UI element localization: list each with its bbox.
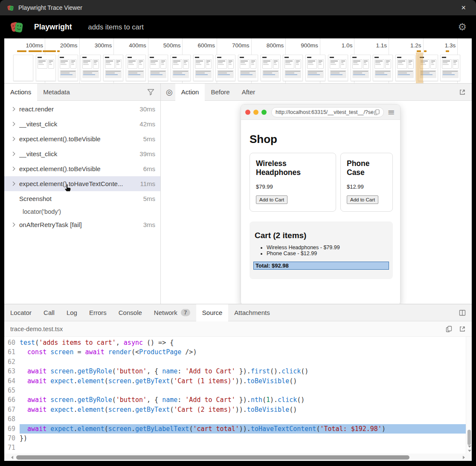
action-row[interactable]: Screenshot5ms <box>4 191 160 206</box>
scroll-down-arrow-icon[interactable] <box>468 450 471 452</box>
timeline-film-thumbnail[interactable] <box>305 55 325 81</box>
timeline-film-thumbnail[interactable] <box>171 55 191 81</box>
scroll-right-arrow-icon[interactable] <box>463 456 465 459</box>
thumb-line <box>128 64 134 65</box>
timeline-film-thumbnail[interactable] <box>13 55 33 81</box>
chevron-right-icon[interactable] <box>12 122 19 125</box>
code-line[interactable]: 66 await screen.getByRole('button', { na… <box>4 395 466 405</box>
action-label: expect.element().toBeVisible <box>19 165 140 172</box>
timeline-film-thumbnail[interactable] <box>193 55 213 81</box>
horizontal-scrollbar-thumb[interactable] <box>16 455 409 460</box>
horizontal-scrollbar[interactable] <box>4 454 472 461</box>
timeline-film-thumbnail[interactable] <box>283 55 303 81</box>
code-line[interactable]: 67 await expect.element(screen.getByText… <box>4 405 466 414</box>
code-line[interactable]: 64 await expect.element(screen.getByText… <box>4 376 466 386</box>
timeline[interactable]: 100ms200ms300ms400ms500ms600ms700ms800ms… <box>4 38 472 84</box>
action-row[interactable]: onAfterRetryTask [fail]3ms <box>4 217 160 232</box>
timeline-film-thumbnail[interactable] <box>238 55 258 81</box>
code-line[interactable]: 63 await screen.getByRole('button', { na… <box>4 367 466 376</box>
code-line[interactable]: 65 <box>4 386 466 395</box>
tab-actions[interactable]: Actions <box>4 84 37 101</box>
close-icon[interactable]: × <box>458 3 469 12</box>
thumb-line <box>308 74 320 75</box>
action-duration: 42ms <box>139 120 155 128</box>
source-file-bar: trace-demo.test.tsx <box>4 321 472 337</box>
thumb-line <box>431 61 435 61</box>
tab-log[interactable]: Log <box>61 304 83 321</box>
add-to-cart-button[interactable]: Add to Cart <box>347 195 378 204</box>
timeline-film-thumbnail[interactable] <box>148 55 168 81</box>
copy-source-icon[interactable] <box>446 326 452 332</box>
vertical-scrollbar[interactable] <box>466 337 472 454</box>
tab-network[interactable]: Network 7 <box>148 304 196 321</box>
scroll-left-arrow-icon[interactable] <box>11 456 13 459</box>
code-line[interactable]: 69 await expect.element(screen.getByLabe… <box>4 424 466 434</box>
action-row[interactable]: expect.element().toBeVisible5ms <box>4 131 160 146</box>
tab-locator[interactable]: Locator <box>4 304 38 321</box>
timeline-film-thumbnail[interactable] <box>373 55 393 81</box>
timeline-film-thumbnail[interactable] <box>126 55 146 81</box>
code-line[interactable]: 60test('adds items to cart', async () =>… <box>4 338 466 347</box>
chevron-right-icon[interactable] <box>12 167 19 170</box>
chevron-right-icon[interactable] <box>12 223 19 226</box>
action-duration: 6ms <box>143 165 155 172</box>
timeline-film-thumbnail[interactable] <box>440 55 460 81</box>
browser-menu-icon[interactable]: ≡ <box>386 107 396 117</box>
thumb-cart-block <box>240 70 256 78</box>
code-line[interactable]: 68 <box>4 414 466 424</box>
thumb-line <box>71 62 74 63</box>
tab-console[interactable]: Console <box>113 304 148 321</box>
tab-errors[interactable]: Errors <box>83 304 113 321</box>
action-row[interactable]: __vitest_click39ms <box>4 146 160 161</box>
action-row[interactable]: react.render30ms <box>4 102 160 116</box>
action-row[interactable]: expect.element().toBeVisible6ms <box>4 161 160 176</box>
add-to-cart-button[interactable]: Add to Cart <box>256 195 287 204</box>
timeline-film-thumbnail[interactable] <box>351 55 371 81</box>
address-bar[interactable]: http://localhost:63315/__vitest_test__/?… <box>271 107 384 117</box>
source-code-view[interactable]: 60test('adds items to cart', async () =>… <box>4 337 472 454</box>
code-line[interactable]: 71 <box>4 443 466 452</box>
thumb-title-line <box>262 57 267 58</box>
open-external-icon[interactable] <box>453 84 472 100</box>
filter-icon[interactable] <box>141 84 160 100</box>
timeline-film-thumbnail[interactable] <box>261 55 281 81</box>
timeline-film-thumbnail[interactable] <box>395 55 415 81</box>
action-row[interactable]: expect.element().toHaveTextConte...11ms <box>4 176 160 191</box>
tab-source[interactable]: Source <box>196 304 229 321</box>
thumb-line <box>106 62 110 63</box>
timeline-film-thumbnail[interactable] <box>103 55 123 81</box>
chevron-right-icon[interactable] <box>12 182 19 185</box>
split-columns-icon[interactable] <box>453 304 472 321</box>
thumb-product-card <box>262 59 272 69</box>
open-source-external-icon[interactable] <box>459 326 466 332</box>
copy-url-icon[interactable] <box>374 109 380 115</box>
tab-after[interactable]: After <box>236 84 261 100</box>
tab-before[interactable]: Before <box>205 84 235 100</box>
thumb-product-card <box>453 59 459 69</box>
tab-attachments[interactable]: Attachments <box>228 304 276 321</box>
timeline-film-thumbnail[interactable] <box>36 55 56 81</box>
tab-action[interactable]: Action <box>175 84 205 101</box>
timeline-film-thumbnail[interactable] <box>215 55 235 81</box>
code-line[interactable]: 62 <box>4 357 466 367</box>
thumb-line <box>184 62 186 63</box>
tab-call[interactable]: Call <box>38 304 61 321</box>
chevron-right-icon[interactable] <box>12 137 19 140</box>
code-line[interactable]: 61 const screen = await render(<ProductP… <box>4 347 466 357</box>
page-viewport: Shop Wireless Headphones $79.99 Add to C… <box>241 120 400 279</box>
timeline-tick-label: 1.3s <box>423 42 456 49</box>
target-icon[interactable]: ◎ <box>161 84 175 100</box>
tab-metadata[interactable]: Metadata <box>37 84 76 100</box>
scroll-up-arrow-icon[interactable] <box>468 446 471 448</box>
chevron-right-icon[interactable] <box>12 152 19 155</box>
timeline-film-thumbnail[interactable] <box>328 55 348 81</box>
timeline-film-thumbnail[interactable] <box>81 55 101 81</box>
code-line[interactable]: 70}) <box>4 434 466 443</box>
vertical-scrollbar-thumb[interactable] <box>467 430 471 445</box>
action-row[interactable]: __vitest_click42ms <box>4 116 160 131</box>
chevron-right-icon[interactable] <box>12 108 19 111</box>
settings-gear-icon[interactable]: ⚙ <box>458 21 467 32</box>
timeline-tick-label: 1.2s <box>389 42 421 49</box>
thumb-line <box>308 71 323 72</box>
timeline-film-thumbnail[interactable] <box>58 55 78 81</box>
